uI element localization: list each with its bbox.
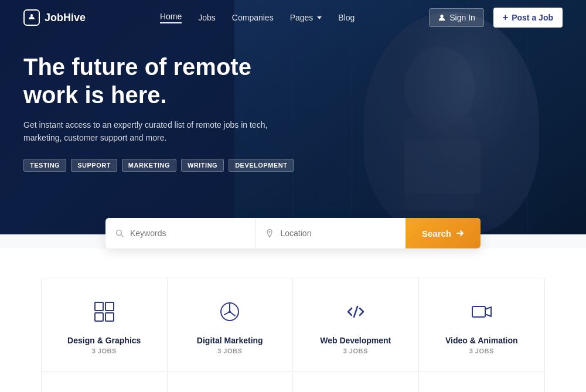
svg-point-19 [229,311,231,313]
category-marketing[interactable]: Digital Marketing 3 JOBS [168,278,294,371]
design-icon [92,299,117,326]
location-input[interactable] [280,219,396,247]
design-category-name: Design & Graphics [67,336,141,345]
search-section: Search [0,218,586,248]
svg-point-13 [269,231,271,233]
tag-support[interactable]: SUPPORT [71,159,117,172]
category-music[interactable]: Music & Audio 3 JOBS [42,371,168,392]
webdev-category-jobs: 3 JOBS [343,347,368,354]
nav-right: Sign In + Post a Job [429,8,563,28]
svg-rect-14 [95,302,103,311]
tag-marketing[interactable]: MARKETING [122,159,176,172]
category-design[interactable]: Design & Graphics 3 JOBS [42,278,168,371]
post-job-button[interactable]: + Post a Job [493,8,563,28]
search-button[interactable]: Search [406,218,481,248]
webdev-category-name: Web Development [320,336,391,345]
nav-blog[interactable]: Blog [338,13,355,22]
search-icon [115,229,124,238]
nav-links: Home Jobs Companies Pages Blog [160,12,355,23]
webdev-icon [343,299,368,326]
brand-icon [23,9,40,26]
nav-pages[interactable]: Pages [290,13,322,22]
hero-tags: TESTING SUPPORT MARKETING WRITING DEVELO… [23,159,305,172]
hero-subtitle: Get instant access to an expertly curate… [23,118,270,145]
tag-development[interactable]: DEVELOPMENT [229,159,294,172]
design-category-jobs: 3 JOBS [92,347,117,354]
svg-rect-9 [404,117,475,211]
signin-button[interactable]: Sign In [429,8,484,27]
brand-logo[interactable]: JobHive [23,9,86,26]
navbar: JobHive Home Jobs Companies Pages Blog S… [0,0,586,35]
tag-testing[interactable]: TESTING [23,159,66,172]
search-bar: Search [105,218,481,248]
svg-point-0 [441,15,444,18]
keywords-input[interactable] [130,219,246,247]
categories-grid: Design & Graphics 3 JOBS Digital Marketi… [41,278,545,392]
svg-point-8 [404,47,475,129]
marketing-icon [217,299,242,326]
category-writing[interactable]: Writing & Editing 3 JOBS [168,371,294,392]
hero-section: The future of remote work is here. Get i… [0,0,586,234]
location-icon [265,229,274,238]
svg-rect-16 [95,313,103,321]
tag-writing[interactable]: WRITING [181,159,224,172]
video-icon [469,299,494,326]
category-webdev[interactable]: Web Development 3 JOBS [293,278,419,371]
keywords-wrap [105,219,255,247]
marketing-category-name: Digital Marketing [197,336,263,345]
plus-icon: + [503,12,508,23]
hero-title: The future of remote work is here. [23,53,305,109]
svg-rect-10 [404,141,481,193]
chevron-down-icon [317,16,322,19]
video-category-jobs: 3 JOBS [469,347,494,354]
arrow-right-icon [456,229,464,237]
nav-companies[interactable]: Companies [232,13,274,22]
svg-rect-20 [472,306,485,317]
svg-line-12 [121,235,124,237]
category-video[interactable]: Video & Animation 3 JOBS [419,278,545,371]
svg-rect-15 [105,302,114,311]
nav-home[interactable]: Home [160,12,182,23]
marketing-category-jobs: 3 JOBS [217,347,242,354]
category-mobile[interactable]: Mobile & Apps 3 JOBS [419,371,545,392]
nav-jobs[interactable]: Jobs [198,13,216,22]
brand-name: JobHive [45,12,86,24]
categories-section: Design & Graphics 3 JOBS Digital Marketi… [0,248,586,392]
svg-rect-17 [105,313,114,321]
location-wrap [255,219,405,247]
category-support[interactable]: Tech Support 3 JOBS [293,371,419,392]
video-category-name: Video & Animation [445,336,518,345]
